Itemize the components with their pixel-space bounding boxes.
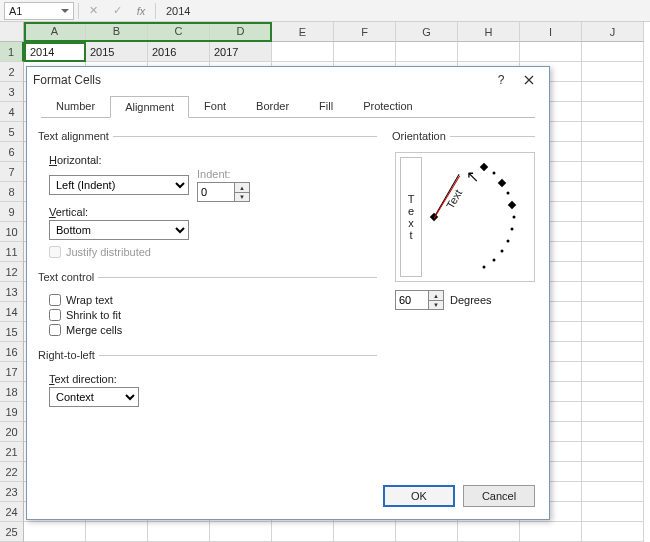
cell[interactable]: 2016 <box>148 42 210 62</box>
cell[interactable]: 2015 <box>86 42 148 62</box>
spreadsheet-grid[interactable]: A B C D E F G H I J 1 2014 2015 2016 201… <box>0 22 650 62</box>
cell[interactable] <box>582 162 644 182</box>
row-header[interactable]: 5 <box>0 122 24 142</box>
row-header[interactable]: 16 <box>0 342 24 362</box>
cell[interactable] <box>582 62 644 82</box>
row-header[interactable]: 7 <box>0 162 24 182</box>
row-header[interactable]: 19 <box>0 402 24 422</box>
column-header[interactable]: J <box>582 22 644 42</box>
column-header[interactable]: E <box>272 22 334 42</box>
cell[interactable] <box>334 42 396 62</box>
cell[interactable] <box>582 442 644 462</box>
tab-fill[interactable]: Fill <box>304 95 348 117</box>
merge-cells-checkbox[interactable] <box>49 324 61 336</box>
column-header[interactable]: D <box>210 22 272 42</box>
cell[interactable] <box>582 182 644 202</box>
row-header[interactable]: 9 <box>0 202 24 222</box>
cell[interactable] <box>520 42 582 62</box>
cell[interactable] <box>582 362 644 382</box>
column-header[interactable]: C <box>148 22 210 42</box>
row-header[interactable]: 24 <box>0 502 24 522</box>
cell[interactable] <box>582 142 644 162</box>
text-direction-combo[interactable]: Context <box>49 387 139 407</box>
tab-border[interactable]: Border <box>241 95 304 117</box>
titlebar[interactable]: Format Cells ? <box>27 67 549 93</box>
row-header[interactable]: 3 <box>0 82 24 102</box>
cell[interactable] <box>582 422 644 442</box>
accept-formula-icon[interactable]: ✓ <box>107 2 127 20</box>
degrees-input[interactable] <box>395 290 429 310</box>
indent-input[interactable] <box>197 182 235 202</box>
cell[interactable] <box>458 42 520 62</box>
shrink-to-fit-checkbox[interactable] <box>49 309 61 321</box>
row-header[interactable]: 11 <box>0 242 24 262</box>
column-header[interactable]: B <box>86 22 148 42</box>
cell[interactable] <box>582 482 644 502</box>
orientation-arc[interactable]: Text ↖ <box>426 157 530 277</box>
wrap-text-checkbox[interactable] <box>49 294 61 306</box>
cell[interactable] <box>148 522 210 542</box>
degrees-spinner[interactable]: ▲▼ <box>395 290 444 310</box>
formula-value[interactable]: 2014 <box>160 5 190 17</box>
row-header[interactable]: 23 <box>0 482 24 502</box>
row-header[interactable]: 13 <box>0 282 24 302</box>
tab-font[interactable]: Font <box>189 95 241 117</box>
cell[interactable] <box>582 502 644 522</box>
select-all-corner[interactable] <box>0 22 24 42</box>
spin-up-icon[interactable]: ▲ <box>429 291 443 300</box>
row-header[interactable]: 20 <box>0 422 24 442</box>
row-header[interactable]: 6 <box>0 142 24 162</box>
row-header[interactable]: 4 <box>0 102 24 122</box>
spin-down-icon[interactable]: ▼ <box>235 192 249 201</box>
spin-up-icon[interactable]: ▲ <box>235 183 249 192</box>
row-header[interactable]: 8 <box>0 182 24 202</box>
cancel-button[interactable]: Cancel <box>463 485 535 507</box>
column-header[interactable]: G <box>396 22 458 42</box>
cell[interactable]: 2017 <box>210 42 272 62</box>
row-header[interactable]: 17 <box>0 362 24 382</box>
orientation-control[interactable]: Text Text <box>395 152 535 282</box>
name-box[interactable]: A1 <box>4 2 74 20</box>
tab-number[interactable]: Number <box>41 95 110 117</box>
cell[interactable] <box>396 522 458 542</box>
row-header[interactable]: 21 <box>0 442 24 462</box>
cell[interactable] <box>582 202 644 222</box>
cell[interactable] <box>582 222 644 242</box>
vertical-combo[interactable]: Bottom <box>49 220 189 240</box>
cell[interactable] <box>582 122 644 142</box>
cell[interactable] <box>582 282 644 302</box>
row-header[interactable]: 25 <box>0 522 24 542</box>
cell[interactable] <box>272 42 334 62</box>
cell[interactable] <box>582 302 644 322</box>
row-header[interactable]: 18 <box>0 382 24 402</box>
tab-alignment[interactable]: Alignment <box>110 96 189 118</box>
cell[interactable] <box>24 522 86 542</box>
column-header[interactable]: H <box>458 22 520 42</box>
cell[interactable] <box>582 242 644 262</box>
spin-down-icon[interactable]: ▼ <box>429 300 443 309</box>
cell[interactable] <box>210 522 272 542</box>
column-header[interactable]: I <box>520 22 582 42</box>
help-button[interactable]: ? <box>487 70 515 90</box>
cancel-formula-icon[interactable]: ✕ <box>83 2 103 20</box>
horizontal-combo[interactable]: Left (Indent) <box>49 175 189 195</box>
ok-button[interactable]: OK <box>383 485 455 507</box>
cell[interactable] <box>582 522 644 542</box>
cell[interactable] <box>582 342 644 362</box>
row-header[interactable]: 15 <box>0 322 24 342</box>
cell[interactable] <box>582 262 644 282</box>
fx-icon[interactable]: fx <box>131 2 151 20</box>
cell[interactable] <box>272 522 334 542</box>
row-header[interactable]: 22 <box>0 462 24 482</box>
arc-marker-icon[interactable] <box>498 179 506 187</box>
row-header[interactable]: 2 <box>0 62 24 82</box>
cell[interactable] <box>582 82 644 102</box>
cell[interactable] <box>582 382 644 402</box>
cell[interactable] <box>582 42 644 62</box>
row-header[interactable]: 14 <box>0 302 24 322</box>
close-icon[interactable] <box>515 70 543 90</box>
cell[interactable] <box>582 402 644 422</box>
row-header[interactable]: 10 <box>0 222 24 242</box>
tab-protection[interactable]: Protection <box>348 95 428 117</box>
cell[interactable] <box>582 462 644 482</box>
